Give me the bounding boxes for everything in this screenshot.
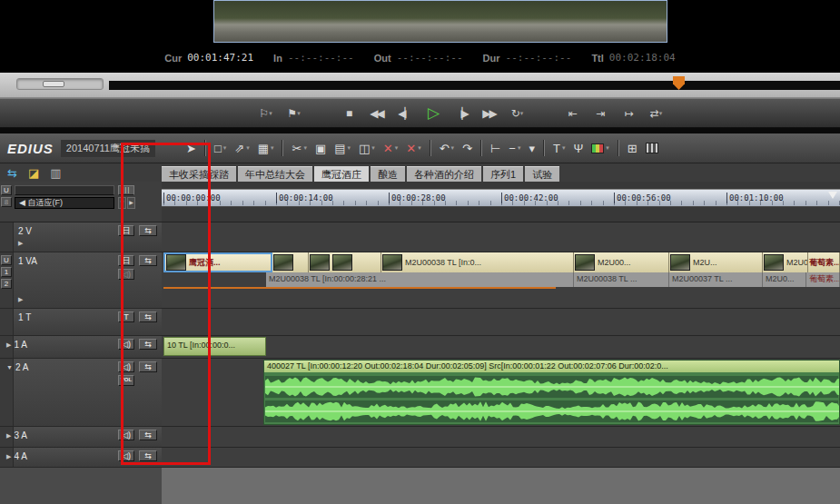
track-preset-blank-button[interactable]: [15, 185, 114, 195]
patch-button[interactable]: U: [1, 255, 12, 265]
audio-mute-button[interactable]: ◁): [118, 339, 134, 350]
open-project-icon[interactable]: ⇗▾: [234, 142, 249, 155]
expander-icon[interactable]: ▶: [18, 240, 23, 247]
volume-button[interactable]: VOL: [118, 375, 134, 386]
next-frame-button[interactable]: ▕▶: [450, 103, 472, 124]
audio-clip[interactable]: 400027 TL [In:00:00:12:20 Out:00:02:18:0…: [263, 360, 840, 425]
audio-patch-button[interactable]: 8: [1, 197, 12, 207]
video-clip[interactable]: 葡萄素...: [808, 252, 840, 272]
clip-audio-strip[interactable]: 葡萄素...: [806, 272, 840, 287]
audio-mixer-icon[interactable]: [646, 143, 658, 153]
sequence-tab-7[interactable]: 试验: [525, 166, 559, 182]
trim-mode-icon[interactable]: ⊢: [490, 142, 500, 155]
video-clip[interactable]: M2U0...: [763, 252, 808, 272]
track-header-4A[interactable]: ▶4 A◁)⇆: [0, 448, 162, 468]
video-clip[interactable]: [309, 252, 381, 272]
video-patch-button[interactable]: U: [1, 185, 12, 195]
clip-mode-icon[interactable]: ▥: [50, 166, 61, 180]
track-header-1A[interactable]: ▶1 A◁)⇆: [0, 336, 162, 359]
transition-effect-icon[interactable]: ◪: [28, 166, 39, 180]
expander-icon[interactable]: ▶: [18, 296, 23, 303]
clip-audio-strip[interactable]: M2U00037 TL ...: [669, 272, 763, 287]
fast-forward-button[interactable]: ▶▶: [479, 103, 500, 124]
patch-button[interactable]: 1: [1, 267, 12, 277]
audio-mute-button[interactable]: ◁): [118, 269, 134, 280]
track-lane-3A[interactable]: [162, 427, 840, 448]
track-header-1T[interactable]: 1 TT⇆: [0, 309, 162, 336]
sequence-tab-1[interactable]: 丰收采摘踩踏: [162, 166, 236, 182]
goto-out-button[interactable]: ⇥: [589, 103, 611, 124]
sequence-tab-4[interactable]: 酿造: [371, 166, 405, 182]
select-tool-icon[interactable]: ➤: [186, 142, 196, 155]
preset-caret-down-icon[interactable]: ▼: [118, 197, 126, 209]
video-mute-button[interactable]: 日: [118, 225, 134, 236]
add-transition-icon[interactable]: ◫▾: [359, 142, 375, 155]
sequence-tab-6[interactable]: 序列1: [483, 166, 523, 182]
sync-lock-button[interactable]: ⇆: [139, 450, 157, 461]
track-lane-1VA[interactable]: 鹰冠酒...M2U00038 TL [In:0...M2U00...M2U...…: [162, 252, 840, 309]
track-header-2V[interactable]: 2 V▶日⇆: [0, 222, 162, 252]
timeline-ruler[interactable]: 00:00:00:0000:00:14:0000:00:28:0000:00:4…: [162, 189, 840, 207]
set-in-point-button[interactable]: ⚐▾: [255, 103, 277, 124]
sequence-link-icon[interactable]: ⇆: [7, 166, 17, 180]
sync-lock-button[interactable]: ⇆: [139, 339, 157, 350]
sync-lock-button[interactable]: ⇆: [139, 361, 157, 372]
sequence-tab-2[interactable]: 年中总结大会: [238, 166, 312, 182]
track-header-1VA[interactable]: U121 VA▶日◁)⇆: [0, 252, 162, 309]
play-button[interactable]: ▷: [422, 103, 444, 124]
audio-clip[interactable]: 10 TL [In:00:00:0...: [163, 337, 266, 356]
video-clip[interactable]: M2U00038 TL [In:0...: [381, 252, 574, 272]
seek-bar[interactable]: [109, 81, 840, 90]
track-lane-2A[interactable]: 400027 TL [In:00:00:12:20 Out:00:02:18:0…: [162, 359, 840, 427]
ripple-delete-icon[interactable]: ✕▾: [406, 142, 420, 155]
track-header-3A[interactable]: ▶3 A◁)⇆: [0, 427, 162, 448]
sequence-tab-3[interactable]: 鹰冠酒庄: [314, 166, 369, 182]
audio-mute-button[interactable]: ◁): [118, 361, 134, 372]
add-cut-point-icon[interactable]: −▾: [509, 142, 520, 155]
expander-icon[interactable]: ▶: [6, 432, 11, 440]
track-lane-1A[interactable]: 10 TL [In:00:00:0...: [162, 336, 840, 359]
video-clip[interactable]: [272, 252, 309, 272]
next-edit-point-button[interactable]: ↦: [618, 103, 639, 124]
preset-caret-right-icon[interactable]: ▶: [127, 197, 135, 209]
loop-playback-button[interactable]: ↻▾: [507, 103, 529, 124]
voiceover-mic-icon[interactable]: Ψ: [573, 142, 583, 155]
sync-lock-button[interactable]: ⇆: [139, 255, 157, 266]
track-layout-button[interactable]: |||: [118, 185, 134, 195]
redo-icon[interactable]: ↷: [462, 142, 472, 155]
sequence-tab-5[interactable]: 各种酒的介绍: [407, 166, 481, 182]
save-project-icon[interactable]: ▦▾: [258, 142, 274, 155]
undo-icon[interactable]: ↶▾: [440, 142, 454, 155]
playback-mode-button[interactable]: ⇄▾: [646, 103, 667, 124]
shuttle-slider[interactable]: [16, 78, 104, 90]
sync-lock-button[interactable]: ⇆: [139, 430, 157, 440]
rewind-button[interactable]: ◀◀: [366, 103, 388, 124]
stop-button[interactable]: ■: [338, 103, 360, 124]
patch-button[interactable]: 2: [1, 279, 12, 289]
video-clip[interactable]: M2U00...: [574, 252, 669, 272]
sync-lock-button[interactable]: ⇆: [139, 311, 157, 322]
shuttle-handle[interactable]: [43, 81, 64, 87]
new-sequence-icon[interactable]: □▾: [214, 142, 226, 155]
title-mute-button[interactable]: T: [118, 311, 134, 322]
set-out-point-button[interactable]: ⚑▾: [283, 103, 305, 124]
audio-mute-button[interactable]: ◁): [118, 430, 134, 440]
track-header-2A[interactable]: ▼2 A◁)VOL⇆: [0, 359, 162, 427]
title-tool-icon[interactable]: T▾: [553, 142, 565, 155]
paste-icon[interactable]: ▤▾: [334, 142, 351, 155]
track-lane-2V[interactable]: [162, 222, 840, 252]
copy-icon[interactable]: ▣: [315, 142, 326, 155]
color-bars-icon[interactable]: ▾: [591, 143, 609, 153]
video-clip[interactable]: 鹰冠酒...: [163, 252, 272, 272]
set-marker-icon[interactable]: ▾: [529, 142, 535, 155]
expander-icon[interactable]: ▼: [6, 364, 13, 371]
delete-in-icon[interactable]: ✕▾: [383, 142, 398, 155]
clip-audio-strip[interactable]: M2U0...: [763, 272, 806, 287]
track-lane-4A[interactable]: [162, 448, 840, 468]
clip-audio-strip[interactable]: M2U00038 TL ...: [574, 272, 669, 287]
track-lane-1T[interactable]: [162, 309, 840, 336]
expander-icon[interactable]: ▶: [6, 341, 11, 349]
track-height-preset-button[interactable]: ◀ 自适应(F): [15, 197, 114, 209]
previous-frame-button[interactable]: ◀▏: [394, 103, 416, 124]
audio-mute-button[interactable]: ◁): [118, 450, 134, 461]
